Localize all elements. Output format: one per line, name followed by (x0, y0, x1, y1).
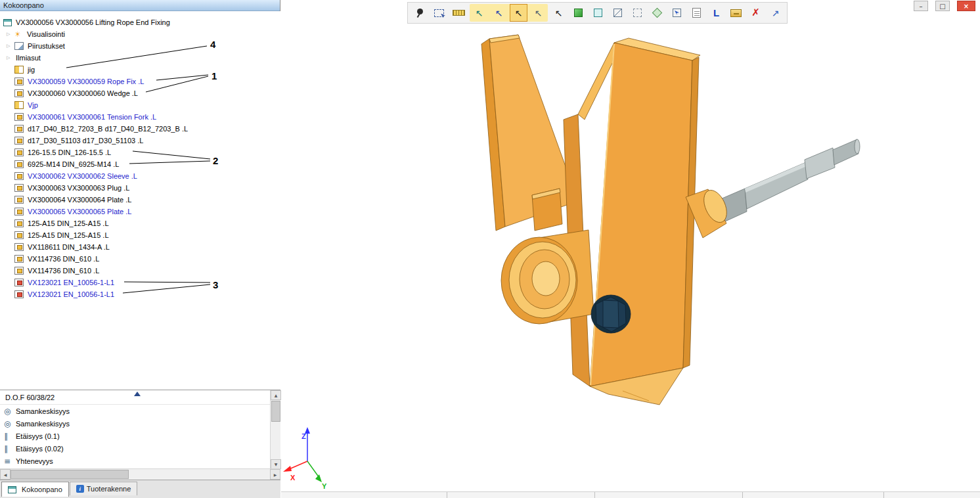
constraint-item[interactable]: ∥ Etäisyys (0.1) (0, 430, 280, 442)
snap-mode-group: ↖ ↖ ↖ ↖ (470, 4, 548, 22)
constraint-item[interactable]: ◎ Samankeskisyys (0, 417, 280, 430)
part-icon (14, 172, 24, 180)
splitter-arrow-icon[interactable] (134, 392, 141, 396)
tree-item-part[interactable]: 125-A15 DIN_125-A15 .L (0, 229, 280, 241)
tree-item-label: VX114736 DIN_610 .L (28, 255, 99, 263)
tree-item-jig[interactable]: jig (0, 64, 280, 76)
expand-arrow-icon[interactable]: ▷ (7, 55, 14, 60)
solid-model-icon[interactable] (569, 4, 587, 22)
info-icon: i (76, 485, 84, 493)
part-icon (14, 78, 24, 85)
tree-item-label: VX118611 DIN_1434-A .L (28, 243, 110, 251)
tree-item-part[interactable]: 126-15.5 DIN_126-15.5 .L (0, 147, 280, 158)
tree-item-label: jig (28, 66, 35, 74)
tree-item-part[interactable]: VX114736 DIN_610 .L (0, 253, 280, 265)
pin-icon[interactable] (411, 4, 428, 22)
tree-item-ilmiasut[interactable]: ▷ Ilmiasut (0, 52, 280, 64)
tree-item-part[interactable]: VX3000059 VX3000059 Rope Fix .L (0, 76, 280, 87)
tree-item-part[interactable]: VX3000062 VX3000062 Sleeve .L (0, 170, 280, 182)
iso-view-icon[interactable] (648, 4, 666, 22)
select-area-icon[interactable] (430, 4, 448, 22)
tree-item-part[interactable]: VX3000061 VX3000061 Tension Fork .L (0, 111, 280, 123)
constraint-item[interactable]: ∥ Etäisyys (0.02) (0, 442, 280, 455)
tree-item-visualisointi[interactable]: ▷ ☀ Visualisointi (0, 28, 280, 40)
status-divider (447, 492, 447, 498)
expand-arrow-icon[interactable]: ▷ (7, 43, 14, 49)
tree-item-piirustukset[interactable]: ▷ Piirustukset (0, 40, 280, 52)
3d-viewport[interactable]: Z X Y ↖ ↖ ↖ ↖ ↖ (281, 0, 980, 498)
link-export-icon[interactable]: ↗ (767, 4, 784, 22)
minimize-button[interactable]: – (914, 1, 928, 11)
tree-item-label: VX3000060 VX3000060 Wedge .L (28, 89, 138, 97)
tree-item-part[interactable]: VX118611 DIN_1434-A .L (0, 241, 280, 253)
scroll-down-icon[interactable]: ▼ (271, 459, 281, 469)
x-axis-arrow (283, 466, 292, 472)
pick-element-cursor-icon[interactable]: ↖ (550, 4, 568, 22)
model-rod-tip (855, 139, 860, 154)
hidden-line-view-icon[interactable] (629, 4, 646, 22)
tree-item-label: VX3000063 VX3000063 Plug .L (28, 184, 129, 192)
tree-item-part[interactable]: 6925-M14 DIN_6925-M14 .L (0, 158, 280, 170)
wireframe-view-icon[interactable] (609, 4, 627, 22)
scrollbar-thumb[interactable] (271, 401, 280, 422)
tree-item-part[interactable]: VX114736 DIN_610 .L (0, 265, 280, 277)
vertical-scrollbar[interactable]: ▲ ▼ (270, 390, 280, 469)
snap-edge-cursor-icon[interactable]: ↖ (490, 4, 508, 22)
feature-list-icon[interactable] (688, 4, 705, 22)
assembly-panel: Kokoonpano VX3000056 VX3000056 Lifting R… (0, 0, 280, 498)
application-window: Kokoonpano VX3000056 VX3000056 Lifting R… (0, 0, 980, 498)
tree-item-label: 6925-M14 DIN_6925-M14 .L (28, 160, 119, 168)
tree-item-part[interactable]: VX3000063 VX3000063 Plug .L (0, 182, 280, 194)
horizontal-scrollbar[interactable]: ◀ ▶ (0, 468, 280, 480)
model-rod-coupler (805, 148, 835, 179)
scrollbar-thumb[interactable] (11, 470, 129, 479)
constraint-label: Samankeskisyys (16, 407, 70, 415)
tree-item-part[interactable]: VX123021 EN_10056-1-L1 (0, 288, 280, 300)
constraint-item[interactable]: ◎ Samankeskisyys (0, 405, 280, 417)
profile-part-icon (14, 290, 24, 298)
concentricity-icon: ◎ (4, 407, 14, 416)
3d-model[interactable] (481, 35, 860, 405)
tab-tuoterakenne[interactable]: i Tuoterakenne (70, 482, 137, 495)
distance-icon: ∥ (4, 444, 14, 453)
profile-library-icon[interactable]: L (707, 4, 725, 22)
scroll-left-icon[interactable]: ◀ (0, 469, 11, 480)
constraint-label: Yhtenevyys (16, 457, 53, 465)
snap-face-cursor-icon[interactable]: ↖ (510, 4, 527, 22)
tree-item-label: VX3000062 VX3000062 Sleeve .L (28, 172, 137, 180)
tree-root-item[interactable]: VX3000056 VX3000056 Lifting Rope End Fix… (0, 16, 280, 28)
shaded-view-icon[interactable] (589, 4, 607, 22)
archive-drawer-icon[interactable] (727, 4, 745, 22)
snap-grid-cursor-icon[interactable]: ↖ (470, 4, 488, 22)
tree-item-part[interactable]: 125-A15 DIN_125-A15 .L (0, 217, 280, 229)
close-button[interactable]: × (957, 1, 975, 11)
part-icon (14, 267, 24, 275)
tree-item-label: VX3000061 VX3000061 Tension Fork .L (28, 113, 156, 121)
expand-arrow-icon[interactable]: ▷ (7, 32, 14, 37)
tree-item-label: 125-A15 DIN_125-A15 .L (28, 219, 109, 227)
scroll-right-icon[interactable]: ▶ (270, 469, 280, 480)
part-icon (14, 231, 24, 239)
measure-ruler-icon[interactable] (450, 4, 468, 22)
group-icon (14, 101, 24, 109)
snap-point-cursor-icon[interactable]: ↖ (529, 4, 547, 22)
group-icon (14, 66, 24, 74)
constraint-item[interactable]: ≡ Yhtenevyys (0, 455, 280, 467)
tree-item-part[interactable]: d17_D40_B12_7203_B d17_D40_B12_7203_B .L (0, 123, 280, 135)
zoom-box-icon[interactable] (668, 4, 686, 22)
tree-item-vjp[interactable]: Vjp (0, 99, 280, 111)
tree-item-part[interactable]: VX3000065 VX3000065 Plate .L (0, 206, 280, 217)
tab-kokoonpano[interactable]: Kokoonpano (1, 482, 69, 497)
status-bar (281, 491, 980, 498)
tree-item-part[interactable]: VX3000064 VX3000064 Plate .L (0, 194, 280, 206)
part-icon (14, 196, 24, 204)
maximize-button[interactable]: □ (935, 1, 950, 11)
tree-item-part[interactable]: VX3000060 VX3000060 Wedge .L (0, 87, 280, 99)
part-icon (14, 160, 24, 168)
tree-item-part[interactable]: VX123021 EN_10056-1-L1 (0, 277, 280, 288)
delete-icon[interactable]: ✗ (747, 4, 765, 22)
y-axis-label: Y (322, 482, 327, 490)
tree-item-part[interactable]: d17_D30_51103 d17_D30_51103 .L (0, 135, 280, 147)
model-drum-hub (532, 261, 560, 296)
scroll-up-icon[interactable]: ▲ (271, 390, 281, 400)
